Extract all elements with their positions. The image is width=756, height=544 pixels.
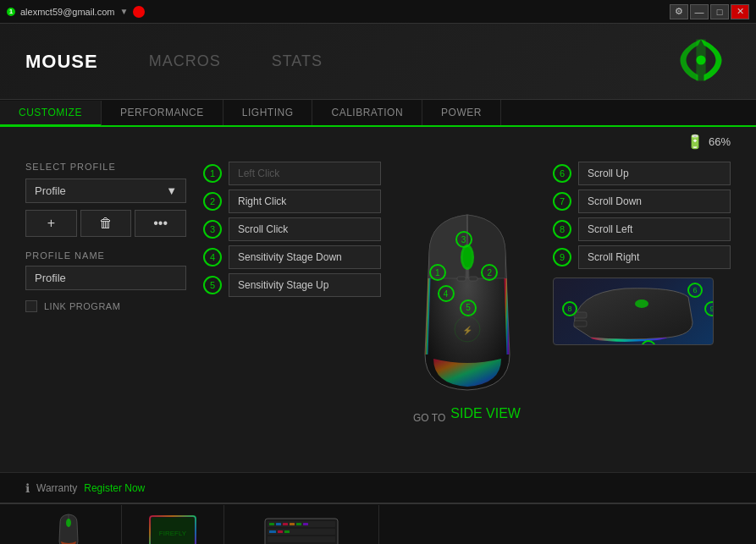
battery-section: 🔋 66%	[0, 127, 756, 153]
button-number-1: 1	[203, 164, 222, 183]
link-program-label: LINK PROGRAM	[44, 301, 120, 311]
button-scroll-right[interactable]: Scroll Right	[578, 245, 731, 269]
button-scroll-click[interactable]: Scroll Click	[229, 217, 381, 241]
button-left-click[interactable]: Left Click	[229, 162, 381, 185]
mouse-badge-3: 3	[455, 231, 472, 248]
device-item-firefly[interactable]: FIREFLY Razer Firefly	[122, 505, 224, 544]
button-number-2: 2	[203, 192, 222, 211]
svg-text:FIREFLY: FIREFLY	[159, 530, 187, 537]
svg-rect-24	[290, 523, 295, 525]
warranty-bar: ℹ Warranty Register Now	[0, 472, 756, 503]
button-scroll-down[interactable]: Scroll Down	[578, 190, 731, 213]
add-profile-button[interactable]: +	[25, 210, 77, 237]
svg-point-3	[463, 247, 472, 267]
svg-rect-23	[283, 523, 288, 525]
user-number-badge: 1	[7, 8, 15, 16]
side-view-svg	[557, 280, 709, 343]
svg-rect-21	[269, 523, 274, 525]
window-controls: ⚙ — □ ✕	[670, 4, 749, 19]
profile-name-label: PROFILE NAME	[25, 250, 186, 261]
link-program-checkbox[interactable]	[25, 300, 37, 312]
profile-actions: + 🗑 •••	[25, 210, 186, 237]
svg-point-0	[696, 55, 705, 64]
device-bar: Razer Mamba FIREFLY Razer Firefly	[0, 503, 756, 544]
nav-stats[interactable]: STATS	[272, 52, 323, 70]
battery-percentage: 66%	[709, 135, 731, 148]
profile-dropdown-value: Profile	[35, 184, 66, 197]
profile-name-input[interactable]	[25, 266, 186, 290]
profile-dropdown[interactable]: Profile ▼	[25, 179, 186, 203]
side-view-image: 6 7 8 9	[553, 277, 714, 345]
button-scroll-left[interactable]: Scroll Left	[578, 217, 731, 241]
mouse-badge-1: 1	[429, 264, 446, 281]
subnav-calibration[interactable]: CALIBRATION	[312, 100, 422, 125]
nav-macros[interactable]: MACROS	[149, 52, 221, 70]
left-panel: SELECT PROFILE Profile ▼ + 🗑 ••• PROFILE…	[25, 162, 186, 464]
main-content: SELECT PROFILE Profile ▼ + 🗑 ••• PROFILE…	[0, 153, 756, 472]
button-row-1: 1 Left Click	[203, 162, 381, 185]
subnav-lighting[interactable]: LIGHTING	[223, 100, 313, 125]
maximize-button[interactable]: □	[710, 4, 729, 19]
button-right-click[interactable]: Right Click	[229, 190, 381, 213]
center-panel: 1 Left Click 2 Right Click 3 Scroll Clic…	[203, 162, 381, 464]
mouse-badge-5: 5	[460, 299, 477, 316]
button-sens-up[interactable]: Sensitivity Stage Up	[229, 273, 381, 297]
button-number-6: 6	[553, 164, 571, 183]
button-row-2: 2 Right Click	[203, 190, 381, 213]
link-program-row: LINK PROGRAM	[25, 300, 186, 312]
button-row-7: 7 Scroll Down	[553, 190, 731, 213]
title-bar: 1 alexmct59@gmail.com ▼ ⚙ — □ ✕	[0, 0, 756, 24]
side-view-link[interactable]: SIDE VIEW	[450, 406, 521, 421]
blackwidow-svg	[263, 512, 339, 544]
subnav-power[interactable]: POWER	[422, 100, 501, 125]
button-number-7: 7	[553, 192, 571, 211]
warranty-text: Warranty	[36, 482, 77, 494]
sub-navigation: CUSTOMIZE PERFORMANCE LIGHTING CALIBRATI…	[0, 100, 756, 127]
profile-dropdown-arrow: ▼	[166, 184, 177, 197]
warranty-icon: ℹ	[25, 481, 30, 495]
button-row-4: 4 Sensitivity Stage Down	[203, 245, 381, 269]
button-number-5: 5	[203, 276, 222, 294]
razer-logo	[671, 30, 731, 93]
device-icon-blackwidow	[263, 512, 339, 544]
delete-profile-button[interactable]: 🗑	[80, 210, 132, 237]
nav-mouse[interactable]: MOUSE	[25, 51, 98, 73]
button-row-6: 6 Scroll Up	[553, 162, 731, 185]
device-item-blackwidow[interactable]: Razer BlackWidow Chroma	[224, 505, 379, 544]
side-badge-6: 6	[687, 283, 703, 298]
svg-rect-28	[278, 530, 283, 533]
select-profile-label: SELECT PROFILE	[25, 162, 186, 172]
subnav-customize[interactable]: CUSTOMIZE	[0, 101, 102, 126]
svg-rect-25	[296, 523, 301, 525]
more-profile-button[interactable]: •••	[135, 210, 186, 237]
svg-rect-5	[469, 277, 477, 281]
minimize-button[interactable]: —	[690, 4, 709, 19]
subnav-performance[interactable]: PERFORMANCE	[102, 100, 223, 125]
device-icon-firefly: FIREFLY	[147, 512, 198, 544]
button-row-5: 5 Sensitivity Stage Up	[203, 273, 381, 297]
button-row-9: 9 Scroll Right	[553, 245, 731, 269]
right-panel: 6 Scroll Up 7 Scroll Down 8 Scroll Left …	[553, 162, 731, 464]
svg-rect-27	[269, 530, 276, 533]
svg-point-12	[66, 519, 71, 527]
mouse-badge-4: 4	[438, 285, 455, 302]
device-icon-mamba	[56, 512, 81, 544]
device-item-mamba[interactable]: Razer Mamba	[17, 505, 122, 544]
mamba-svg	[56, 512, 81, 544]
razer-status-dot	[133, 6, 145, 18]
button-sens-down[interactable]: Sensitivity Stage Down	[229, 245, 381, 269]
svg-point-8	[635, 299, 648, 308]
mouse-area: ⚡ 1 2 3 4 5 GO TO SIDE VIEW	[398, 162, 536, 464]
button-scroll-up[interactable]: Scroll Up	[578, 162, 731, 185]
user-email: alexmct59@gmail.com	[20, 7, 114, 17]
register-now-link[interactable]: Register Now	[84, 482, 145, 494]
button-number-3: 3	[203, 220, 222, 239]
firefly-svg: FIREFLY	[147, 512, 198, 544]
side-view-thumbnail[interactable]: 6 7 8 9	[553, 277, 731, 345]
close-button[interactable]: ✕	[731, 4, 749, 19]
mouse-image-container: ⚡ 1 2 3 4 5	[408, 202, 527, 397]
svg-rect-22	[276, 523, 281, 525]
svg-rect-29	[284, 530, 290, 533]
email-dropdown-arrow[interactable]: ▼	[119, 7, 128, 16]
settings-button[interactable]: ⚙	[670, 4, 688, 19]
